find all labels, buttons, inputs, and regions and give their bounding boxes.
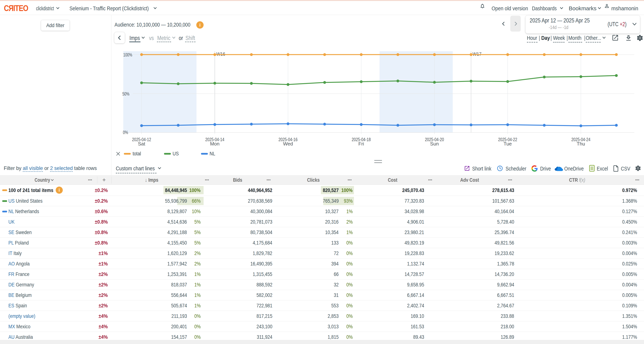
svg-text:W17: W17 — [472, 52, 482, 57]
svg-text:100%: 100% — [123, 52, 132, 58]
svg-text:Mon: Mon — [210, 141, 220, 147]
svg-text:W16: W16 — [216, 52, 225, 57]
svg-text:Sat: Sat — [138, 141, 145, 147]
svg-text:Fri: Fri — [358, 141, 364, 147]
svg-text:Thu: Thu — [577, 141, 585, 147]
svg-text:Sun: Sun — [430, 141, 439, 147]
svg-text:0%: 0% — [123, 130, 128, 135]
svg-text:50%: 50% — [122, 91, 130, 97]
svg-text:Wed: Wed — [283, 141, 293, 147]
svg-text:Tue: Tue — [504, 141, 512, 147]
